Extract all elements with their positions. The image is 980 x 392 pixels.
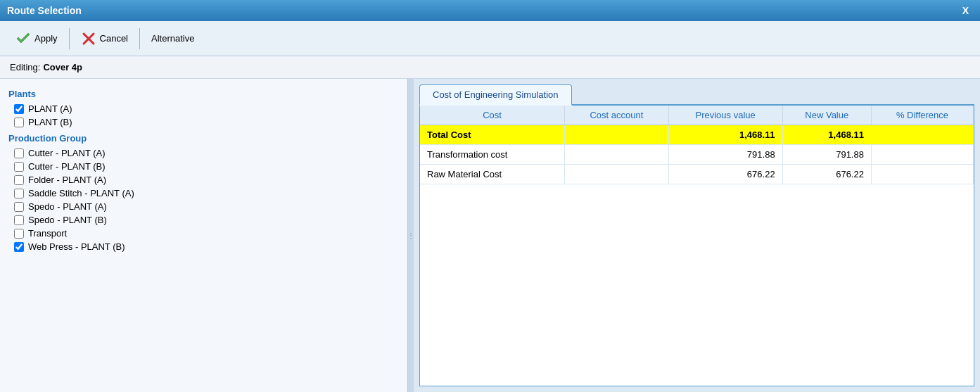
total-previous-value: 1,468.11 [668,125,782,145]
group-transport-label: Transport [28,228,67,239]
editing-prefix: Editing: [10,62,40,72]
tab-cost-simulation[interactable]: Cost of Engineering Simulation [419,84,572,106]
group-folder-a-checkbox[interactable] [14,175,24,185]
plant-a-item: PLANT (A) [8,102,399,115]
plant-b-label: PLANT (B) [28,117,72,127]
raw-material-previous-value: 676.22 [668,165,782,184]
transformation-percent-diff [871,145,973,165]
group-spedo-b-label: Spedo - PLANT (B) [28,215,107,225]
plant-b-item: PLANT (B) [8,115,399,129]
total-percent-diff [871,125,973,145]
group-spedo-a-label: Spedo - PLANT (A) [28,201,107,212]
apply-button[interactable]: Apply [7,28,66,49]
plant-a-checkbox[interactable] [14,104,24,114]
toolbar-separator-1 [69,28,70,49]
group-transport-item: Transport [8,227,399,240]
right-panel: Cost of Engineering Simulation Cost Cost… [414,79,980,392]
group-saddle-a-label: Saddle Stitch - PLANT (A) [28,188,134,198]
cancel-label: Cancel [100,33,128,44]
transformation-previous-value: 791.88 [668,145,782,165]
group-cutter-a-label: Cutter - PLANT (A) [28,148,106,158]
transformation-new-value: 791.88 [782,145,871,165]
cancel-button[interactable]: Cancel [72,28,136,49]
alternative-label: Alternative [151,33,194,44]
title-bar: Route Selection X [0,0,980,21]
col-new-value: New Value [782,106,871,125]
apply-label: Apply [34,33,58,44]
group-cutter-b-item: Cutter - PLANT (B) [8,160,399,173]
left-panel-scroll[interactable]: Plants PLANT (A) PLANT (B) Production Gr… [0,79,407,392]
plants-section-title: Plants [8,89,399,99]
plant-b-checkbox[interactable] [14,118,24,127]
production-group-title: Production Group [8,133,399,144]
main-content: Plants PLANT (A) PLANT (B) Production Gr… [0,79,980,392]
transformation-cost-label: Transformation cost [420,145,565,165]
total-cost-account [565,125,669,145]
tab-bar: Cost of Engineering Simulation [419,84,974,106]
cancel-icon [81,31,96,46]
raw-material-cost-label: Raw Material Cost [420,165,565,184]
group-webpress-b-checkbox[interactable] [14,242,24,252]
window-title: Route Selection [7,5,82,16]
group-webpress-b-item: Web Press - PLANT (B) [8,240,399,253]
group-saddle-a-checkbox[interactable] [14,189,24,198]
panel-divider[interactable]: ⋮ [408,79,414,392]
col-percent-diff: % Difference [871,106,973,125]
col-cost: Cost [420,106,565,125]
editing-bar: Editing: Cover 4p [0,56,980,79]
raw-material-cost-row: Raw Material Cost 676.22 676.22 [420,165,974,184]
raw-material-new-value: 676.22 [782,165,871,184]
transformation-cost-account [565,145,669,165]
cost-table-container: Cost Cost account Previous value New Val… [419,106,974,386]
toolbar-separator-2 [139,28,140,49]
cost-table: Cost Cost account Previous value New Val… [420,106,974,184]
group-cutter-b-checkbox[interactable] [14,162,24,172]
left-panel: Plants PLANT (A) PLANT (B) Production Gr… [0,79,408,392]
group-cutter-a-checkbox[interactable] [14,148,24,158]
group-saddle-a-item: Saddle Stitch - PLANT (A) [8,186,399,200]
group-cutter-b-label: Cutter - PLANT (B) [28,161,106,172]
total-new-value: 1,468.11 [782,125,871,145]
raw-material-percent-diff [871,165,973,184]
close-button[interactable]: X [958,5,973,16]
total-cost-row: Total Cost 1,468.11 1,468.11 [420,125,974,145]
transformation-cost-row: Transformation cost 791.88 791.88 [420,145,974,165]
group-spedo-b-checkbox[interactable] [14,215,24,225]
group-spedo-b-item: Spedo - PLANT (B) [8,213,399,227]
group-cutter-a-item: Cutter - PLANT (A) [8,146,399,160]
alternative-button[interactable]: Alternative [143,30,203,46]
col-cost-account: Cost account [565,106,669,125]
group-folder-a-label: Folder - PLANT (A) [28,175,106,185]
group-spedo-a-item: Spedo - PLANT (A) [8,200,399,213]
toolbar: Apply Cancel Alternative [0,21,980,56]
editing-value: Cover 4p [43,62,82,72]
group-webpress-b-label: Web Press - PLANT (B) [28,241,125,252]
group-spedo-a-checkbox[interactable] [14,202,24,212]
plant-a-label: PLANT (A) [28,103,72,114]
raw-material-cost-account [565,165,669,184]
col-previous-value: Previous value [668,106,782,125]
table-header-row: Cost Cost account Previous value New Val… [420,106,974,125]
check-icon [15,31,31,46]
svg-marker-0 [17,33,30,43]
total-cost-label: Total Cost [420,125,565,145]
group-folder-a-item: Folder - PLANT (A) [8,173,399,186]
group-transport-checkbox[interactable] [14,229,24,239]
